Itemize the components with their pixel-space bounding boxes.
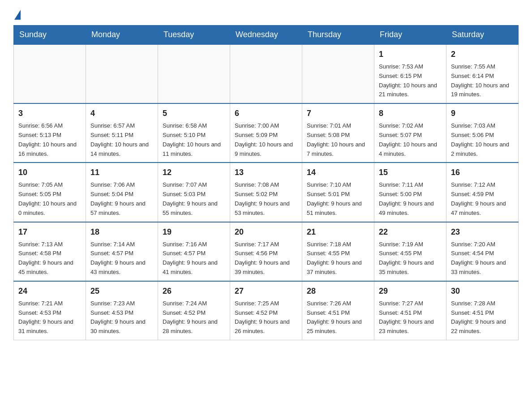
day-info: Sunrise: 6:57 AM Sunset: 5:11 PM Dayligh… [90,121,153,158]
day-number: 25 [90,285,153,297]
weekday-header-friday: Friday [374,26,446,45]
day-number: 6 [235,107,297,120]
calendar-cell: 4Sunrise: 6:57 AM Sunset: 5:11 PM Daylig… [86,103,158,163]
day-info: Sunrise: 7:00 AM Sunset: 5:09 PM Dayligh… [235,121,297,158]
calendar-cell: 11Sunrise: 7:06 AM Sunset: 5:04 PM Dayli… [86,163,158,222]
day-info: Sunrise: 7:55 AM Sunset: 6:14 PM Dayligh… [451,62,514,99]
day-number: 30 [451,285,514,297]
calendar-cell: 16Sunrise: 7:12 AM Sunset: 4:59 PM Dayli… [446,163,519,222]
calendar-cell: 22Sunrise: 7:19 AM Sunset: 4:55 PM Dayli… [374,222,446,281]
calendar-cell [302,44,374,103]
weekday-header-wednesday: Wednesday [230,26,302,45]
calendar-cell: 21Sunrise: 7:18 AM Sunset: 4:55 PM Dayli… [302,222,374,281]
calendar-table: SundayMondayTuesdayWednesdayThursdayFrid… [13,25,519,340]
day-number: 7 [307,107,369,120]
calendar-cell: 14Sunrise: 7:10 AM Sunset: 5:01 PM Dayli… [302,163,374,222]
day-number: 29 [379,285,442,297]
day-info: Sunrise: 7:53 AM Sunset: 6:15 PM Dayligh… [379,62,442,99]
calendar-week-row: 10Sunrise: 7:05 AM Sunset: 5:05 PM Dayli… [14,163,519,222]
day-info: Sunrise: 7:08 AM Sunset: 5:02 PM Dayligh… [235,180,297,218]
calendar-cell: 24Sunrise: 7:21 AM Sunset: 4:53 PM Dayli… [14,281,86,340]
calendar-cell: 3Sunrise: 6:56 AM Sunset: 5:13 PM Daylig… [14,103,86,163]
logo-triangle-icon [14,10,21,20]
day-info: Sunrise: 7:14 AM Sunset: 4:57 PM Dayligh… [90,240,153,277]
day-number: 4 [90,107,153,120]
weekday-header-tuesday: Tuesday [158,26,230,45]
calendar-cell: 12Sunrise: 7:07 AM Sunset: 5:03 PM Dayli… [158,163,230,222]
calendar-cell: 17Sunrise: 7:13 AM Sunset: 4:58 PM Dayli… [14,222,86,281]
day-number: 16 [451,167,514,179]
calendar-cell [158,44,230,103]
day-info: Sunrise: 7:28 AM Sunset: 4:51 PM Dayligh… [451,299,514,336]
day-number: 10 [18,167,81,179]
day-info: Sunrise: 7:17 AM Sunset: 4:56 PM Dayligh… [235,240,297,277]
day-info: Sunrise: 7:26 AM Sunset: 4:51 PM Dayligh… [307,299,369,336]
calendar-cell: 9Sunrise: 7:03 AM Sunset: 5:06 PM Daylig… [446,103,519,163]
day-number: 24 [18,285,81,297]
day-info: Sunrise: 7:12 AM Sunset: 4:59 PM Dayligh… [451,180,514,218]
calendar-cell: 15Sunrise: 7:11 AM Sunset: 5:00 PM Dayli… [374,163,446,222]
day-number: 8 [379,107,442,120]
day-number: 5 [163,107,225,120]
day-number: 23 [451,226,514,238]
day-number: 20 [235,226,297,238]
day-number: 28 [307,285,369,297]
day-info: Sunrise: 7:20 AM Sunset: 4:54 PM Dayligh… [451,240,514,277]
day-number: 12 [163,167,225,179]
calendar-cell: 18Sunrise: 7:14 AM Sunset: 4:57 PM Dayli… [86,222,158,281]
day-info: Sunrise: 7:13 AM Sunset: 4:58 PM Dayligh… [18,240,81,277]
calendar-cell: 28Sunrise: 7:26 AM Sunset: 4:51 PM Dayli… [302,281,374,340]
calendar-cell: 10Sunrise: 7:05 AM Sunset: 5:05 PM Dayli… [14,163,86,222]
weekday-header-saturday: Saturday [446,26,519,45]
day-info: Sunrise: 6:58 AM Sunset: 5:10 PM Dayligh… [163,121,225,158]
day-number: 13 [235,167,297,179]
day-info: Sunrise: 7:06 AM Sunset: 5:04 PM Dayligh… [90,180,153,218]
day-info: Sunrise: 7:07 AM Sunset: 5:03 PM Dayligh… [163,180,225,218]
day-info: Sunrise: 6:56 AM Sunset: 5:13 PM Dayligh… [18,121,81,158]
calendar-cell [14,44,86,103]
calendar-week-row: 17Sunrise: 7:13 AM Sunset: 4:58 PM Dayli… [14,222,519,281]
day-number: 14 [307,167,369,179]
calendar-cell: 27Sunrise: 7:25 AM Sunset: 4:52 PM Dayli… [230,281,302,340]
weekday-header-thursday: Thursday [302,26,374,45]
day-number: 18 [90,226,153,238]
page-header [13,9,519,18]
day-number: 27 [235,285,297,297]
day-number: 26 [163,285,225,297]
calendar-cell: 30Sunrise: 7:28 AM Sunset: 4:51 PM Dayli… [446,281,519,340]
day-info: Sunrise: 7:23 AM Sunset: 4:53 PM Dayligh… [90,299,153,336]
calendar-cell: 8Sunrise: 7:02 AM Sunset: 5:07 PM Daylig… [374,103,446,163]
day-info: Sunrise: 7:19 AM Sunset: 4:55 PM Dayligh… [379,240,442,277]
logo [13,9,21,18]
day-info: Sunrise: 7:24 AM Sunset: 4:52 PM Dayligh… [163,299,225,336]
calendar-week-row: 3Sunrise: 6:56 AM Sunset: 5:13 PM Daylig… [14,103,519,163]
day-info: Sunrise: 7:05 AM Sunset: 5:05 PM Dayligh… [18,180,81,218]
calendar-cell: 13Sunrise: 7:08 AM Sunset: 5:02 PM Dayli… [230,163,302,222]
day-info: Sunrise: 7:02 AM Sunset: 5:07 PM Dayligh… [379,121,442,158]
calendar-cell [86,44,158,103]
day-number: 19 [163,226,225,238]
day-info: Sunrise: 7:16 AM Sunset: 4:57 PM Dayligh… [163,240,225,277]
calendar-cell: 26Sunrise: 7:24 AM Sunset: 4:52 PM Dayli… [158,281,230,340]
calendar-cell [230,44,302,103]
calendar-cell: 20Sunrise: 7:17 AM Sunset: 4:56 PM Dayli… [230,222,302,281]
calendar-cell: 25Sunrise: 7:23 AM Sunset: 4:53 PM Dayli… [86,281,158,340]
day-number: 17 [18,226,81,238]
calendar-cell: 1Sunrise: 7:53 AM Sunset: 6:15 PM Daylig… [374,44,446,103]
day-info: Sunrise: 7:25 AM Sunset: 4:52 PM Dayligh… [235,299,297,336]
day-info: Sunrise: 7:18 AM Sunset: 4:55 PM Dayligh… [307,240,369,277]
weekday-header-sunday: Sunday [14,26,86,45]
calendar-cell: 19Sunrise: 7:16 AM Sunset: 4:57 PM Dayli… [158,222,230,281]
calendar-cell: 2Sunrise: 7:55 AM Sunset: 6:14 PM Daylig… [446,44,519,103]
calendar-cell: 5Sunrise: 6:58 AM Sunset: 5:10 PM Daylig… [158,103,230,163]
day-number: 2 [451,48,514,60]
day-number: 1 [379,48,442,60]
day-info: Sunrise: 7:10 AM Sunset: 5:01 PM Dayligh… [307,180,369,218]
day-number: 15 [379,167,442,179]
day-number: 21 [307,226,369,238]
day-info: Sunrise: 7:01 AM Sunset: 5:08 PM Dayligh… [307,121,369,158]
calendar-header-row: SundayMondayTuesdayWednesdayThursdayFrid… [14,26,519,45]
calendar-week-row: 1Sunrise: 7:53 AM Sunset: 6:15 PM Daylig… [14,44,519,103]
day-number: 3 [18,107,81,120]
calendar-cell: 6Sunrise: 7:00 AM Sunset: 5:09 PM Daylig… [230,103,302,163]
